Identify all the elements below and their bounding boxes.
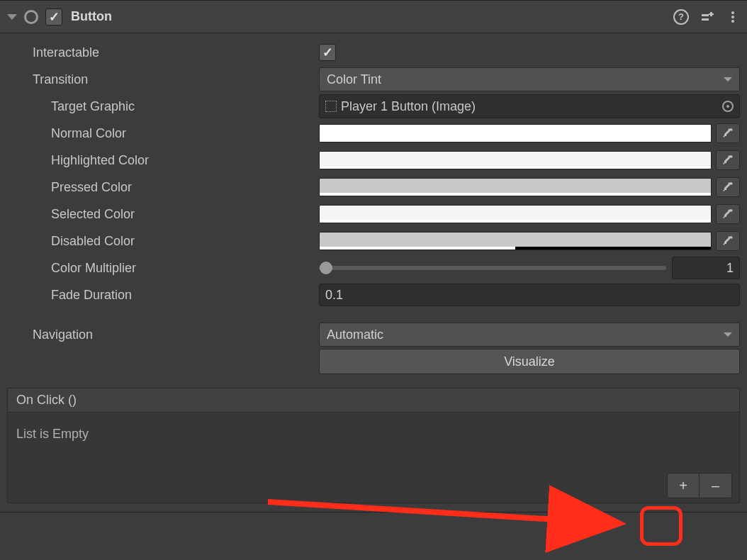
component-title: Button xyxy=(71,9,112,24)
transition-label: Transition xyxy=(7,72,319,87)
disabled-color-label: Disabled Color xyxy=(7,234,319,249)
pressed-color-swatch[interactable] xyxy=(319,178,712,196)
svg-rect-3 xyxy=(709,13,714,15)
disabled-color-swatch[interactable] xyxy=(319,232,712,250)
eyedropper-icon[interactable] xyxy=(716,177,740,197)
navigation-label: Navigation xyxy=(7,327,319,342)
fade-duration-label: Fade Duration xyxy=(7,288,319,303)
preset-icon[interactable] xyxy=(700,10,714,24)
foldout-toggle[interactable] xyxy=(7,14,17,20)
eyedropper-icon[interactable] xyxy=(716,123,740,143)
svg-point-6 xyxy=(731,20,734,23)
component-header: Button xyxy=(0,1,747,33)
interactable-label: Interactable xyxy=(7,45,319,60)
highlighted-color-swatch[interactable] xyxy=(319,151,712,169)
interactable-checkbox[interactable] xyxy=(319,44,336,61)
normal-color-swatch[interactable] xyxy=(319,124,712,142)
remove-event-button[interactable]: – xyxy=(700,473,732,498)
transition-dropdown[interactable]: Color Tint xyxy=(319,67,740,91)
selected-color-swatch[interactable] xyxy=(319,205,712,223)
transition-value: Color Tint xyxy=(327,72,381,87)
button-component: Button Interactable Transition Color Tin… xyxy=(0,0,747,513)
eyedropper-icon[interactable] xyxy=(716,150,740,170)
svg-point-5 xyxy=(731,16,734,18)
onclick-header: On Click () xyxy=(8,388,739,413)
target-graphic-value: Player 1 Button (Image) xyxy=(341,99,476,114)
chevron-down-icon xyxy=(724,77,732,82)
component-body: Interactable Transition Color Tint Targe… xyxy=(0,33,747,512)
color-multiplier-input[interactable]: 1 xyxy=(672,257,740,279)
object-picker-icon[interactable] xyxy=(722,101,734,112)
visualize-button[interactable]: Visualize xyxy=(319,349,740,374)
add-event-button[interactable]: + xyxy=(667,473,700,498)
svg-rect-1 xyxy=(702,18,709,21)
onclick-events: On Click () List is Empty + – xyxy=(7,388,740,503)
eyedropper-icon[interactable] xyxy=(716,231,740,251)
chevron-down-icon xyxy=(724,332,732,337)
navigation-value: Automatic xyxy=(327,327,383,342)
navigation-dropdown[interactable]: Automatic xyxy=(319,323,740,347)
eyedropper-icon[interactable] xyxy=(716,204,740,224)
target-graphic-field[interactable]: Player 1 Button (Image) xyxy=(319,94,740,118)
component-enable-checkbox[interactable] xyxy=(45,9,62,26)
normal-color-label: Normal Color xyxy=(7,126,319,141)
fade-duration-input[interactable]: 0.1 xyxy=(319,284,740,306)
image-component-icon xyxy=(325,101,337,112)
target-graphic-label: Target Graphic xyxy=(7,99,319,114)
onclick-empty-text: List is Empty xyxy=(8,413,739,470)
color-multiplier-label: Color Multiplier xyxy=(7,261,319,276)
svg-rect-0 xyxy=(702,14,709,16)
svg-point-4 xyxy=(731,11,734,14)
selected-color-label: Selected Color xyxy=(7,207,319,222)
pressed-color-label: Pressed Color xyxy=(7,180,319,195)
kebab-menu-icon[interactable] xyxy=(726,10,740,24)
help-icon[interactable] xyxy=(673,9,689,25)
highlighted-color-label: Highlighted Color xyxy=(7,153,319,168)
component-icon xyxy=(24,10,38,24)
color-multiplier-slider[interactable] xyxy=(319,266,666,270)
